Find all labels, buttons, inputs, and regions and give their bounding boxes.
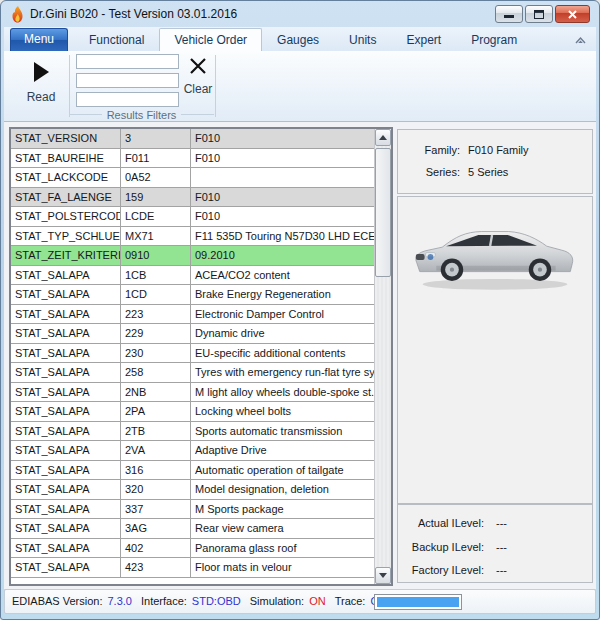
cell-name: STAT_SALAPA [11,383,121,402]
table-row[interactable]: STAT_SALAPA 229 Dynamic drive [11,324,374,344]
filter-input-3[interactable] [76,92,179,107]
read-button-label: Read [27,90,56,104]
cell-name: STAT_SALAPA [11,539,121,558]
toolbar-separator-2 [215,55,216,117]
maximize-button[interactable] [525,5,553,23]
cell-name: STAT_FA_LAENGE [11,188,121,207]
cell-code: 2NB [121,383,191,402]
cell-name: STAT_SALAPA [11,558,121,577]
factory-ilevel-label: Factory ILevel: [398,559,484,583]
table-row[interactable]: STAT_SALAPA 1CB ACEA/CO2 content [11,266,374,286]
tab-vehicle-order[interactable]: Vehicle Order [159,28,262,52]
table-row[interactable]: STAT_TYP_SCHLUES... MX71 F11 535D Tourin… [11,227,374,247]
cell-desc: EU-specific additional contents [191,344,374,363]
table-row[interactable]: STAT_ZEIT_KRITERI... 0910 09.2010 [11,246,374,266]
main-area: STAT_VERSION 3 F010 STAT_BAUREIHE F011 F… [4,122,596,589]
cell-desc: Panorama glass roof [191,539,374,558]
table-row[interactable]: STAT_SALAPA 258 Tyres with emergency run… [11,363,374,383]
table-row[interactable]: STAT_SALAPA 423 Floor mats in velour [11,558,374,578]
cell-desc: Locking wheel bolts [191,402,374,421]
vehicle-image-panel [397,196,593,504]
table-row[interactable]: STAT_SALAPA 402 Panorama glass roof [11,539,374,559]
cell-code: 159 [121,188,191,207]
table-row[interactable]: STAT_SALAPA 320 Model designation, delet… [11,480,374,500]
cell-name: STAT_SALAPA [11,266,121,285]
cell-code: 320 [121,480,191,499]
cell-name: STAT_SALAPA [11,500,121,519]
cell-code: 3AG [121,519,191,538]
cell-name: STAT_TYP_SCHLUES... [11,227,121,246]
cell-name: STAT_BAUREIHE [11,149,121,168]
table-row[interactable]: STAT_SALAPA 337 M Sports package [11,500,374,520]
close-button[interactable] [555,5,590,23]
status-bar: EDIABAS Version: 7.3.0 Interface: STD:OB… [4,589,596,614]
table-row[interactable]: STAT_VERSION 3 F010 [11,129,374,149]
window-title: Dr.Gini B020 - Test Version 03.01.2016 [30,1,237,27]
table-row[interactable]: STAT_SALAPA 2TB Sports automatic transmi… [11,422,374,442]
tab-gauges[interactable]: Gauges [262,28,334,51]
table-row[interactable]: STAT_SALAPA 2NB M light alloy wheels dou… [11,383,374,403]
scroll-down-button[interactable] [375,567,391,584]
progress-bar [374,594,462,610]
table-row[interactable]: STAT_SALAPA 2PA Locking wheel bolts [11,402,374,422]
cell-code: 223 [121,305,191,324]
ediabas-version-value: 7.3.0 [108,590,132,613]
cell-name: STAT_SALAPA [11,285,121,304]
tab-units[interactable]: Units [334,28,391,51]
tab-expert[interactable]: Expert [391,28,456,51]
cell-desc: F010 [191,207,374,226]
table-row[interactable]: STAT_SALAPA 3AG Rear view camera [11,519,374,539]
cell-code: F011 [121,149,191,168]
table-row[interactable]: STAT_BAUREIHE F011 F010 [11,149,374,169]
clear-button[interactable]: Clear [181,57,215,107]
ribbon-tab-bar: Menu Functional Vehicle Order Gauges Uni… [4,27,596,51]
table-row[interactable]: STAT_SALAPA 1CD Brake Energy Regeneratio… [11,285,374,305]
cell-code: 337 [121,500,191,519]
cell-code: 316 [121,461,191,480]
menu-button[interactable]: Menu [10,28,68,51]
series-value: 5 Series [468,161,508,183]
cell-code: 0910 [121,246,191,265]
cell-name: STAT_POLSTERCODE [11,207,121,226]
read-button[interactable]: Read [16,55,66,113]
cell-desc: Sports automatic transmission [191,422,374,441]
cell-desc: Model designation, deletion [191,480,374,499]
chevron-up-icon[interactable] [574,35,587,45]
table-row[interactable]: STAT_FA_LAENGE 159 F010 [11,188,374,208]
family-value: F010 Family [468,139,529,161]
vehicle-image [407,211,583,299]
clear-button-label: Clear [184,82,213,96]
table-row[interactable]: STAT_SALAPA 230 EU-specific additional c… [11,344,374,364]
scrollbar-thumb[interactable] [375,148,391,277]
filter-input-2[interactable] [76,73,179,88]
cell-code: 402 [121,539,191,558]
cell-name: STAT_SALAPA [11,402,121,421]
table-row[interactable]: STAT_LACKCODE 0A52 [11,168,374,188]
results-table-body: STAT_VERSION 3 F010 STAT_BAUREIHE F011 F… [11,129,374,584]
ediabas-version-label: EDIABAS Version: [12,590,103,613]
cell-desc: F010 [191,188,374,207]
tab-functional[interactable]: Functional [74,28,159,51]
cell-desc: F010 [191,129,374,148]
scroll-up-button[interactable] [375,129,391,146]
minimize-button[interactable] [495,5,523,23]
cell-desc: Rear view camera [191,519,374,538]
cell-name: STAT_SALAPA [11,344,121,363]
simulation-label: Simulation: [250,590,304,613]
filter-input-1[interactable] [76,54,179,69]
vehicle-info-panel: Family: F010 Family Series: 5 Series [397,129,593,194]
table-row[interactable]: STAT_SALAPA 316 Automatic operation of t… [11,461,374,481]
table-row[interactable]: STAT_SALAPA 223 Electronic Damper Contro… [11,305,374,325]
table-row[interactable]: STAT_POLSTERCODE LCDE F010 [11,207,374,227]
cell-code: LCDE [121,207,191,226]
table-row[interactable]: STAT_SALAPA 2VA Adaptive Drive [11,441,374,461]
flame-app-icon [10,6,25,23]
title-bar[interactable]: Dr.Gini B020 - Test Version 03.01.2016 [1,1,599,27]
maximize-icon [534,10,544,19]
cell-name: STAT_VERSION [11,129,121,148]
interface-label: Interface: [141,590,187,613]
factory-ilevel-value: --- [496,559,507,583]
minimize-icon [504,10,514,19]
vertical-scrollbar[interactable] [374,129,391,584]
tab-program[interactable]: Program [456,28,532,51]
